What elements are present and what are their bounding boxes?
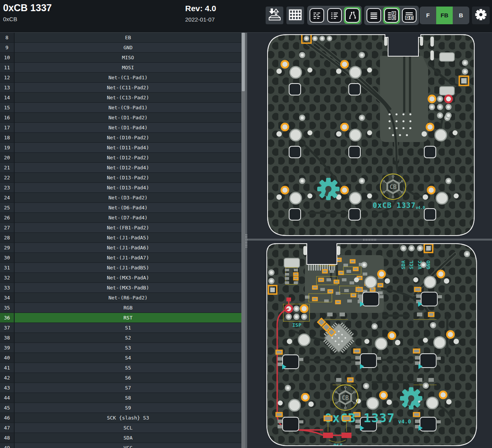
pcb-io-icon	[266, 6, 283, 25]
bom-ungrouped-button[interactable]	[326, 7, 343, 24]
net-row-name: Net-(D3-Pad2)	[15, 193, 241, 202]
net-table-row[interactable]: 34Net-(R6-Pad2)	[0, 293, 241, 303]
net-table-row[interactable]: 48SDA	[0, 433, 241, 443]
net-table-row[interactable]: 43S7	[0, 383, 241, 393]
net-row-name: Net-(C13-Pad2)	[15, 93, 241, 102]
net-row-name: Net-(J1-PadA5)	[15, 233, 241, 242]
net-table-row[interactable]: 19Net-(D11-Pad4)	[0, 143, 241, 153]
net-table-row[interactable]: 16Net-(D1-Pad2)	[0, 113, 241, 123]
net-table-row[interactable]: 35RGB	[0, 303, 241, 313]
pcb-canvas-back[interactable]: CB 0xCB 1337 v4.0	[247, 33, 492, 239]
net-row-number: 35	[0, 303, 15, 313]
net-row-name: Net-(J1-PadA7)	[15, 253, 241, 262]
net-row-number: 20	[0, 153, 15, 162]
net-row-number: 10	[0, 53, 15, 62]
net-row-number: 17	[0, 123, 15, 132]
net-row-number: 26	[0, 213, 15, 222]
layer-toggle-f[interactable]: F	[420, 7, 436, 24]
net-table-row[interactable]: 8EB	[0, 33, 241, 43]
net-table-row[interactable]: 10MISO	[0, 53, 241, 63]
net-table-row[interactable]: 42S6	[0, 373, 241, 383]
net-table-row[interactable]: 40S4	[0, 353, 241, 363]
net-row-number: 13	[0, 83, 15, 92]
net-row-number: 32	[0, 273, 15, 283]
net-table-row[interactable]: 23Net-(D13-Pad4)	[0, 183, 241, 193]
net-row-number: 15	[0, 103, 15, 112]
layer-toggle-fb[interactable]: FB	[436, 7, 453, 24]
net-row-name: RGB	[15, 303, 241, 313]
net-table-row[interactable]: 49VCC	[0, 443, 241, 448]
net-table-row[interactable]: 21Net-(D12-Pad4)	[0, 163, 241, 173]
net-table-row[interactable]: 29Net-(J1-PadA6)	[0, 243, 241, 253]
net-row-name: Net-(C9-Pad1)	[15, 103, 241, 112]
net-row-name: MISO	[15, 53, 241, 62]
netlist-mode-button[interactable]	[344, 7, 361, 24]
net-table-row[interactable]: 15Net-(C9-Pad1)	[0, 103, 241, 113]
svg-text:CB: CB	[342, 395, 349, 401]
net-table-row[interactable]: 13Net-(C11-Pad2)	[0, 83, 241, 93]
grid-toggle-button[interactable]	[286, 7, 304, 24]
net-table-row[interactable]: 18Net-(D10-Pad2)	[0, 133, 241, 143]
net-row-name: SCL	[15, 423, 241, 433]
net-table-row[interactable]: 47SCL	[0, 423, 241, 433]
net-row-name: VCC	[15, 443, 241, 448]
net-row-name: Net-(D12-Pad2)	[15, 153, 241, 162]
net-row-name: S9	[15, 403, 241, 413]
net-row-name: GND	[15, 43, 241, 52]
layer-toggle-b[interactable]: B	[453, 7, 469, 24]
net-table-row[interactable]: 32Net-(MX3-PadA)	[0, 273, 241, 283]
svg-text:B: B	[411, 16, 413, 20]
list-only-button[interactable]	[365, 7, 382, 24]
net-row-number: 42	[0, 373, 15, 383]
list-fb-side-button[interactable]: F B	[401, 7, 418, 24]
net-row-number: 39	[0, 343, 15, 353]
net-row-number: 43	[0, 383, 15, 393]
net-table-row[interactable]: 12Net-(C1-Pad1)	[0, 73, 241, 83]
net-row-number: 22	[0, 173, 15, 182]
table-scrollbar-thumb[interactable]	[242, 33, 245, 91]
net-table-row[interactable]: 24Net-(D3-Pad2)	[0, 193, 241, 203]
net-row-number: 25	[0, 203, 15, 212]
net-table-row[interactable]: 22Net-(D13-Pad2)	[0, 173, 241, 183]
net-table-row[interactable]: 44S8	[0, 393, 241, 403]
settings-button[interactable]	[472, 7, 490, 24]
net-table-row[interactable]: 31Net-(J1-PadB5)	[0, 263, 241, 273]
table-scrollbar-track[interactable]	[241, 33, 245, 448]
net-table-row[interactable]: 26Net-(D7-Pad4)	[0, 213, 241, 223]
pcb-canvas-front[interactable]: ISP	[247, 241, 492, 448]
net-row-name: Net-(FB1-Pad2)	[15, 223, 241, 232]
list-fb-stacked-button[interactable]: F B	[383, 7, 400, 24]
bom-grouped-button[interactable]	[308, 7, 325, 24]
scl-label: SCL	[408, 260, 414, 269]
net-table-row[interactable]: 9GND	[0, 43, 241, 53]
sda-label: SDA	[400, 260, 406, 269]
net-table-row[interactable]: 25Net-(D6-Pad4)	[0, 203, 241, 213]
net-row-number: 46	[0, 413, 15, 423]
net-row-number: 19	[0, 143, 15, 152]
pcb-io-button[interactable]	[266, 7, 283, 24]
net-table-row[interactable]: 45S9	[0, 403, 241, 413]
net-table-row[interactable]: 30Net-(J1-PadA7)	[0, 253, 241, 263]
net-table-row[interactable]: 39S3	[0, 343, 241, 353]
net-table-row[interactable]: 14Net-(C13-Pad2)	[0, 93, 241, 103]
net-row-name: RST	[15, 313, 241, 323]
net-row-number: 30	[0, 253, 15, 262]
pcb-board-back: CB 0xCB 1337 v4.0	[268, 34, 474, 236]
net-table-row[interactable]: 37S1	[0, 323, 241, 333]
net-row-number: 44	[0, 393, 15, 403]
net-row-number: 28	[0, 233, 15, 242]
net-row-number: 47	[0, 423, 15, 433]
net-table-row[interactable]: 38S2	[0, 333, 241, 343]
net-table-row[interactable]: 17Net-(D1-Pad4)	[0, 123, 241, 133]
net-row-number: 33	[0, 283, 15, 293]
net-table-row[interactable]: 46SCK {slash} S3	[0, 413, 241, 423]
net-table-row[interactable]: 36RST	[0, 313, 241, 323]
ibom-app: 0xCB 1337 0xCB Rev: 4.0 2022-01-07	[0, 0, 492, 448]
net-table-row[interactable]: 41S5	[0, 363, 241, 373]
net-table-row[interactable]: 28Net-(J1-PadA5)	[0, 233, 241, 243]
net-table-row[interactable]: 27Net-(FB1-Pad2)	[0, 223, 241, 233]
net-row-name: S3	[15, 343, 241, 353]
net-table-row[interactable]: 33Net-(MX3-PadB)	[0, 283, 241, 293]
net-table-row[interactable]: 11MOSI	[0, 63, 241, 73]
net-table-row[interactable]: 20Net-(D12-Pad2)	[0, 153, 241, 163]
